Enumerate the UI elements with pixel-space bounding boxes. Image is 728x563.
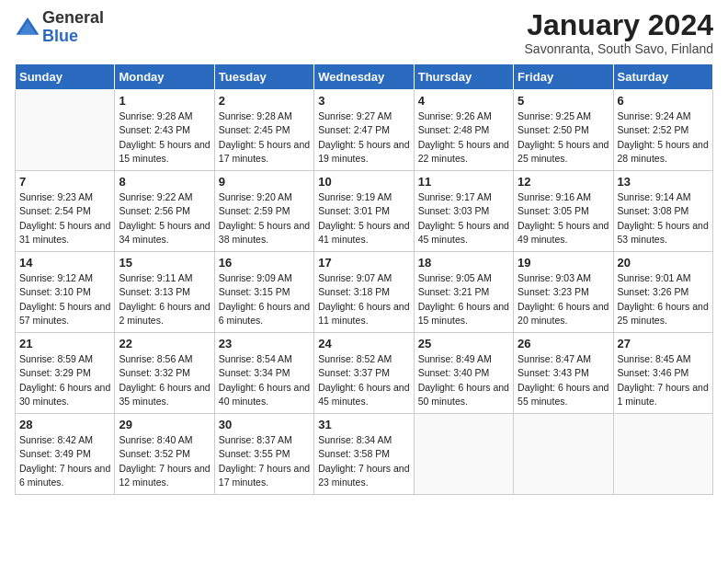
calendar-cell xyxy=(613,414,712,495)
day-number: 29 xyxy=(119,418,210,431)
day-number: 31 xyxy=(318,418,409,431)
day-info: Sunrise: 9:22 AMSunset: 2:56 PMDaylight:… xyxy=(119,190,210,247)
day-number: 17 xyxy=(318,256,409,270)
day-number: 8 xyxy=(119,175,210,189)
day-info: Sunrise: 9:11 AMSunset: 3:13 PMDaylight:… xyxy=(119,271,210,327)
calendar-table: SundayMondayTuesdayWednesdayThursdayFrid… xyxy=(15,63,713,495)
calendar-cell: 18Sunrise: 9:05 AMSunset: 3:21 PMDayligh… xyxy=(414,252,513,333)
day-number: 22 xyxy=(119,337,210,350)
calendar-cell: 16Sunrise: 9:09 AMSunset: 3:15 PMDayligh… xyxy=(214,252,313,333)
day-number: 15 xyxy=(119,256,210,270)
day-info: Sunrise: 8:59 AMSunset: 3:29 PMDaylight:… xyxy=(19,352,110,408)
calendar-cell: 9Sunrise: 9:20 AMSunset: 2:59 PMDaylight… xyxy=(214,171,313,252)
day-info: Sunrise: 9:03 AMSunset: 3:23 PMDaylight:… xyxy=(518,271,609,327)
day-number: 4 xyxy=(418,94,509,108)
day-info: Sunrise: 9:14 AMSunset: 3:08 PMDaylight:… xyxy=(618,190,709,247)
day-info: Sunrise: 9:12 AMSunset: 3:10 PMDaylight:… xyxy=(19,271,110,327)
day-info: Sunrise: 9:05 AMSunset: 3:21 PMDaylight:… xyxy=(418,271,509,327)
logo-text: General Blue xyxy=(42,9,104,46)
day-info: Sunrise: 9:26 AMSunset: 2:48 PMDaylight:… xyxy=(418,109,509,166)
day-info: Sunrise: 9:16 AMSunset: 3:05 PMDaylight:… xyxy=(518,190,609,247)
calendar-cell: 26Sunrise: 8:47 AMSunset: 3:43 PMDayligh… xyxy=(514,333,613,414)
day-number: 16 xyxy=(219,256,310,270)
day-info: Sunrise: 9:28 AMSunset: 2:43 PMDaylight:… xyxy=(119,109,210,166)
calendar-cell: 22Sunrise: 8:56 AMSunset: 3:32 PMDayligh… xyxy=(115,333,214,414)
calendar-cell: 24Sunrise: 8:52 AMSunset: 3:37 PMDayligh… xyxy=(314,333,414,414)
day-info: Sunrise: 8:54 AMSunset: 3:34 PMDaylight:… xyxy=(219,352,310,408)
col-header-wednesday: Wednesday xyxy=(314,64,414,90)
calendar-cell xyxy=(16,90,115,171)
logo-general: General xyxy=(42,9,104,28)
day-number: 12 xyxy=(518,175,609,189)
day-info: Sunrise: 8:42 AMSunset: 3:49 PMDaylight:… xyxy=(19,433,110,489)
col-header-sunday: Sunday xyxy=(16,64,115,90)
day-info: Sunrise: 9:27 AMSunset: 2:47 PMDaylight:… xyxy=(318,109,409,166)
location: Savonranta, South Savo, Finland xyxy=(525,41,713,56)
day-info: Sunrise: 8:37 AMSunset: 3:55 PMDaylight:… xyxy=(219,433,310,489)
day-info: Sunrise: 9:25 AMSunset: 2:50 PMDaylight:… xyxy=(518,109,609,166)
calendar-cell: 27Sunrise: 8:45 AMSunset: 3:46 PMDayligh… xyxy=(613,333,712,414)
calendar-cell: 6Sunrise: 9:24 AMSunset: 2:52 PMDaylight… xyxy=(613,90,712,171)
day-info: Sunrise: 9:24 AMSunset: 2:52 PMDaylight:… xyxy=(618,109,709,166)
day-number: 3 xyxy=(318,94,409,108)
logo-blue: Blue xyxy=(42,28,104,46)
calendar-cell: 8Sunrise: 9:22 AMSunset: 2:56 PMDaylight… xyxy=(115,171,214,252)
day-number: 27 xyxy=(618,337,709,350)
title-block: January 2024 Savonranta, South Savo, Fin… xyxy=(525,9,713,56)
day-number: 28 xyxy=(19,418,110,431)
calendar-cell: 13Sunrise: 9:14 AMSunset: 3:08 PMDayligh… xyxy=(613,171,712,252)
calendar-cell: 29Sunrise: 8:40 AMSunset: 3:52 PMDayligh… xyxy=(115,414,214,495)
calendar-cell: 20Sunrise: 9:01 AMSunset: 3:26 PMDayligh… xyxy=(613,252,712,333)
calendar-cell: 1Sunrise: 9:28 AMSunset: 2:43 PMDaylight… xyxy=(115,90,214,171)
day-number: 11 xyxy=(418,175,509,189)
calendar-cell: 31Sunrise: 8:34 AMSunset: 3:58 PMDayligh… xyxy=(314,414,414,495)
calendar-cell: 21Sunrise: 8:59 AMSunset: 3:29 PMDayligh… xyxy=(16,333,115,414)
day-number: 5 xyxy=(518,94,609,108)
logo: General Blue xyxy=(15,9,104,46)
day-info: Sunrise: 8:47 AMSunset: 3:43 PMDaylight:… xyxy=(518,352,609,408)
day-info: Sunrise: 8:34 AMSunset: 3:58 PMDaylight:… xyxy=(318,433,409,489)
calendar-cell: 2Sunrise: 9:28 AMSunset: 2:45 PMDaylight… xyxy=(214,90,313,171)
calendar-cell: 19Sunrise: 9:03 AMSunset: 3:23 PMDayligh… xyxy=(514,252,613,333)
day-info: Sunrise: 9:23 AMSunset: 2:54 PMDaylight:… xyxy=(19,190,110,247)
day-number: 25 xyxy=(418,337,509,350)
calendar-week-row: 21Sunrise: 8:59 AMSunset: 3:29 PMDayligh… xyxy=(16,333,713,414)
calendar-cell: 17Sunrise: 9:07 AMSunset: 3:18 PMDayligh… xyxy=(314,252,414,333)
day-number: 23 xyxy=(219,337,310,350)
page-header: General Blue January 2024 Savonranta, So… xyxy=(15,9,713,56)
day-number: 13 xyxy=(618,175,709,189)
day-info: Sunrise: 8:52 AMSunset: 3:37 PMDaylight:… xyxy=(318,352,409,408)
calendar-cell: 4Sunrise: 9:26 AMSunset: 2:48 PMDaylight… xyxy=(414,90,513,171)
calendar-cell: 7Sunrise: 9:23 AMSunset: 2:54 PMDaylight… xyxy=(16,171,115,252)
calendar-week-row: 28Sunrise: 8:42 AMSunset: 3:49 PMDayligh… xyxy=(16,414,713,495)
day-number: 10 xyxy=(318,175,409,189)
day-info: Sunrise: 9:09 AMSunset: 3:15 PMDaylight:… xyxy=(219,271,310,327)
col-header-friday: Friday xyxy=(514,64,613,90)
day-number: 26 xyxy=(518,337,609,350)
calendar-cell: 3Sunrise: 9:27 AMSunset: 2:47 PMDaylight… xyxy=(314,90,414,171)
calendar-cell: 30Sunrise: 8:37 AMSunset: 3:55 PMDayligh… xyxy=(214,414,313,495)
day-info: Sunrise: 9:20 AMSunset: 2:59 PMDaylight:… xyxy=(219,190,310,247)
day-info: Sunrise: 9:07 AMSunset: 3:18 PMDaylight:… xyxy=(318,271,409,327)
day-number: 14 xyxy=(19,256,110,270)
calendar-cell: 23Sunrise: 8:54 AMSunset: 3:34 PMDayligh… xyxy=(214,333,313,414)
calendar-cell: 15Sunrise: 9:11 AMSunset: 3:13 PMDayligh… xyxy=(115,252,214,333)
calendar-cell: 25Sunrise: 8:49 AMSunset: 3:40 PMDayligh… xyxy=(414,333,513,414)
calendar-week-row: 14Sunrise: 9:12 AMSunset: 3:10 PMDayligh… xyxy=(16,252,713,333)
calendar-cell: 10Sunrise: 9:19 AMSunset: 3:01 PMDayligh… xyxy=(314,171,414,252)
day-info: Sunrise: 8:56 AMSunset: 3:32 PMDaylight:… xyxy=(119,352,210,408)
day-number: 9 xyxy=(219,175,310,189)
calendar-cell: 28Sunrise: 8:42 AMSunset: 3:49 PMDayligh… xyxy=(16,414,115,495)
day-number: 19 xyxy=(518,256,609,270)
day-number: 1 xyxy=(119,94,210,108)
day-info: Sunrise: 9:01 AMSunset: 3:26 PMDaylight:… xyxy=(618,271,709,327)
day-number: 20 xyxy=(618,256,709,270)
day-number: 2 xyxy=(219,94,310,108)
day-number: 7 xyxy=(19,175,110,189)
day-number: 21 xyxy=(19,337,110,350)
day-number: 18 xyxy=(418,256,509,270)
calendar-cell: 12Sunrise: 9:16 AMSunset: 3:05 PMDayligh… xyxy=(514,171,613,252)
day-info: Sunrise: 9:17 AMSunset: 3:03 PMDaylight:… xyxy=(418,190,509,247)
col-header-saturday: Saturday xyxy=(613,64,712,90)
calendar-cell: 11Sunrise: 9:17 AMSunset: 3:03 PMDayligh… xyxy=(414,171,513,252)
